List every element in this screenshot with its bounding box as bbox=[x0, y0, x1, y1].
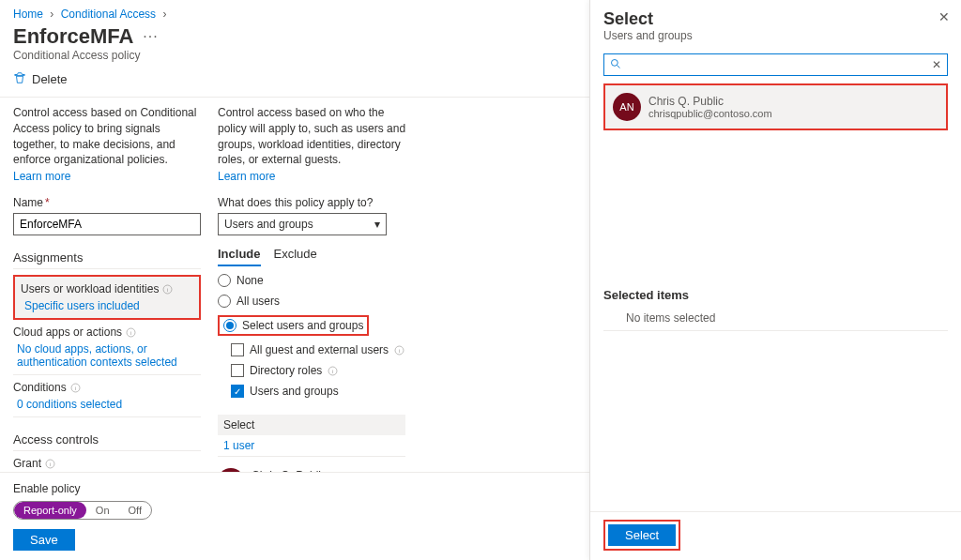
toggle-off[interactable]: Off bbox=[119, 502, 151, 519]
chevron-right-icon: › bbox=[162, 8, 166, 21]
select-users-link[interactable]: 1 user bbox=[218, 435, 405, 457]
checkbox-label: Directory roles bbox=[250, 364, 322, 377]
tab-exclude[interactable]: Exclude bbox=[274, 247, 317, 266]
info-icon[interactable]: i bbox=[162, 284, 173, 295]
checkbox-users-groups[interactable]: ✓ Users and groups bbox=[231, 385, 415, 398]
more-actions-button[interactable]: ··· bbox=[143, 29, 158, 44]
info-icon[interactable]: i bbox=[328, 366, 338, 376]
search-result-row[interactable]: AN Chris Q. Public chrisqpublic@contoso.… bbox=[603, 83, 948, 130]
breadcrumb-conditional-access[interactable]: Conditional Access bbox=[61, 8, 156, 21]
info-icon[interactable]: i bbox=[45, 459, 55, 469]
radio-label: None bbox=[236, 274, 264, 287]
select-button[interactable]: Select bbox=[608, 524, 676, 546]
result-name: Chris Q. Public bbox=[648, 95, 772, 108]
svg-text:i: i bbox=[399, 346, 400, 353]
search-icon bbox=[610, 58, 621, 72]
radio-all-users[interactable]: All users bbox=[218, 295, 415, 308]
checkbox-label: Users and groups bbox=[250, 385, 339, 398]
access-controls-heading: Access controls bbox=[13, 432, 201, 451]
svg-line-15 bbox=[618, 65, 620, 68]
users-workload-identities-section[interactable]: Users or workload identities i Specific … bbox=[13, 275, 201, 320]
svg-text:i: i bbox=[50, 460, 51, 466]
info-icon[interactable]: i bbox=[126, 327, 136, 338]
checkbox-icon bbox=[231, 364, 244, 377]
learn-more-link[interactable]: Learn more bbox=[218, 170, 275, 183]
assignments-heading: Assignments bbox=[13, 250, 201, 269]
users-title: Users or workload identities bbox=[21, 282, 159, 295]
radio-none[interactable]: None bbox=[218, 274, 415, 287]
toggle-report-only[interactable]: Report-only bbox=[14, 502, 86, 519]
panel-subtitle: Users and groups bbox=[603, 29, 948, 42]
radio-icon bbox=[223, 319, 236, 332]
tab-include[interactable]: Include bbox=[218, 247, 261, 266]
apply-to-dropdown[interactable]: Users and groups ▾ bbox=[218, 213, 387, 235]
learn-more-link[interactable]: Learn more bbox=[13, 170, 70, 183]
save-button[interactable]: Save bbox=[13, 529, 75, 551]
chevron-down-icon: ▾ bbox=[374, 218, 380, 231]
select-header: Select bbox=[218, 415, 405, 435]
checkbox-guest-external[interactable]: All guest and external users i bbox=[231, 343, 415, 356]
grant-title: Grant bbox=[13, 457, 41, 470]
cloud-apps-section[interactable]: Cloud apps or actions i No cloud apps, a… bbox=[13, 320, 201, 375]
close-icon[interactable]: ✕ bbox=[938, 9, 950, 24]
name-input[interactable] bbox=[13, 213, 201, 235]
radio-select-users-groups[interactable]: Select users and groups bbox=[218, 315, 415, 336]
panel-title: Select bbox=[603, 9, 948, 29]
apply-to-label: What does this policy apply to? bbox=[218, 196, 415, 209]
mid-description: Control access based on who the policy w… bbox=[218, 105, 415, 168]
svg-text:i: i bbox=[75, 384, 76, 390]
avatar: AN bbox=[613, 93, 641, 121]
search-box[interactable]: ✕ bbox=[603, 53, 948, 76]
chevron-right-icon: › bbox=[50, 8, 53, 21]
policy-description: Control access based on Conditional Acce… bbox=[13, 105, 201, 168]
page-title: EnforceMFA bbox=[13, 24, 133, 49]
radio-label: Select users and groups bbox=[242, 319, 363, 332]
dropdown-value: Users and groups bbox=[224, 218, 313, 231]
trash-icon bbox=[13, 71, 26, 87]
search-input[interactable] bbox=[627, 58, 926, 71]
cloud-apps-subtext[interactable]: No cloud apps, actions, or authenticatio… bbox=[13, 339, 201, 369]
name-label: Name* bbox=[13, 196, 201, 209]
bottom-bar: Enable policy Report-only On Off Save bbox=[0, 472, 589, 560]
delete-label: Delete bbox=[32, 72, 68, 86]
info-icon[interactable]: i bbox=[394, 345, 404, 356]
conditions-section[interactable]: Conditions i 0 conditions selected bbox=[13, 375, 201, 417]
include-exclude-tabs: Include Exclude bbox=[218, 247, 415, 266]
no-items-text: No items selected bbox=[603, 306, 948, 331]
enable-policy-label: Enable policy bbox=[13, 482, 576, 495]
svg-text:i: i bbox=[167, 285, 168, 292]
breadcrumb-home[interactable]: Home bbox=[13, 8, 43, 21]
delete-button[interactable]: Delete bbox=[13, 71, 68, 87]
enable-policy-toggle[interactable]: Report-only On Off bbox=[13, 501, 152, 520]
checkbox-directory-roles[interactable]: Directory roles i bbox=[231, 364, 415, 377]
checkbox-label: All guest and external users bbox=[250, 343, 389, 356]
radio-icon bbox=[218, 274, 231, 287]
checkbox-icon: ✓ bbox=[231, 385, 244, 398]
cloud-apps-title: Cloud apps or actions bbox=[13, 325, 122, 339]
svg-text:i: i bbox=[332, 367, 333, 373]
result-email: chrisqpublic@contoso.com bbox=[648, 108, 772, 119]
toggle-on[interactable]: On bbox=[86, 502, 119, 519]
selected-items-heading: Selected items bbox=[590, 288, 961, 302]
clear-search-icon[interactable]: ✕ bbox=[932, 58, 941, 71]
radio-icon bbox=[218, 295, 231, 308]
checkbox-icon bbox=[231, 343, 244, 356]
svg-point-14 bbox=[612, 59, 618, 66]
radio-label: All users bbox=[236, 295, 280, 308]
conditions-subtext[interactable]: 0 conditions selected bbox=[13, 394, 201, 411]
conditions-title: Conditions bbox=[13, 381, 67, 394]
svg-text:i: i bbox=[130, 328, 131, 335]
info-icon[interactable]: i bbox=[70, 383, 81, 393]
select-panel: Select Users and groups ✕ ✕ AN Chris Q. … bbox=[589, 0, 961, 560]
users-subtext[interactable]: Specific users included bbox=[21, 295, 193, 312]
